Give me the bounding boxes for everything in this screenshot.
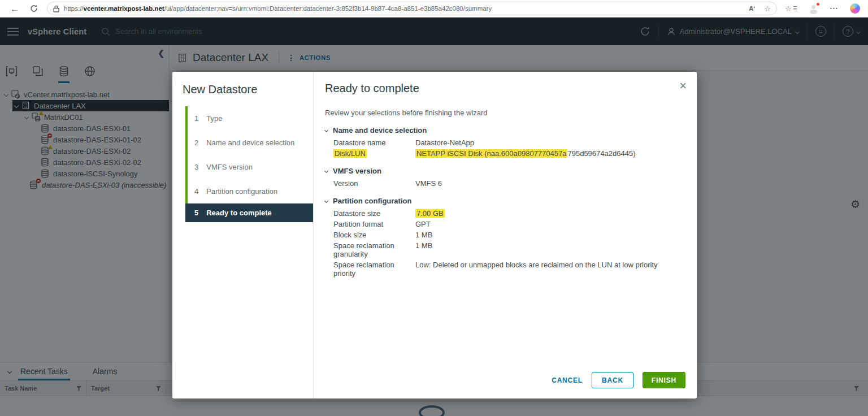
favorites-list-icon[interactable]: ☆☰ (785, 5, 797, 13)
step-label: Ready to complete (206, 209, 272, 217)
wizard-page-heading: Ready to complete (325, 82, 683, 95)
dialog-title: New Datastore (172, 72, 313, 96)
summary-row: Space reclamation priority Low: Deleted … (333, 261, 683, 278)
summary-row: Datastore name Datastore-NetApp (333, 138, 683, 147)
new-datastore-dialog: New Datastore 1 Type 2 Name and device s… (172, 72, 697, 398)
row-value: NETAPP iSCSI Disk (naa.600a09807770457a7… (415, 149, 683, 158)
browser-back-icon[interactable]: ← (10, 4, 19, 14)
row-label: Space reclamation priority (333, 261, 415, 278)
section-toggle[interactable]: Partition configuration (325, 197, 683, 205)
browser-profile-icon[interactable] (809, 3, 819, 14)
copilot-icon[interactable] (850, 3, 860, 14)
summary-row: Datastore size 7.00 GB (333, 209, 683, 218)
section-name-device: Name and device selection Datastore name… (325, 126, 683, 158)
browser-refresh-icon[interactable] (30, 5, 38, 12)
row-label: Datastore size (333, 209, 415, 218)
summary-row: Block size 1 MB (333, 231, 683, 239)
browser-toolbar-right: ☆☰ ··· (785, 3, 860, 14)
step-label: Partition configuration (206, 187, 277, 196)
screen: ← https://vcenter.matrixpost-lab.net/ui/… (0, 0, 868, 416)
section-vmfs-version: VMFS version Version VMFS 6 (325, 167, 683, 188)
read-aloud-icon[interactable]: Aʻ (749, 5, 755, 12)
step-number: 3 (194, 163, 198, 171)
step-partition-config[interactable]: 4 Partition configuration (188, 179, 313, 203)
step-label: Name and device selection (206, 138, 294, 147)
row-value: VMFS 6 (415, 179, 683, 188)
row-value: 7.00 GB (415, 209, 683, 218)
finish-button[interactable]: FINISH (643, 372, 685, 388)
step-name-device[interactable]: 2 Name and device selection (188, 131, 313, 155)
browser-chrome: ← https://vcenter.matrixpost-lab.net/ui/… (0, 0, 868, 18)
section-toggle[interactable]: VMFS version (325, 167, 683, 175)
close-icon[interactable]: × (679, 80, 687, 92)
wizard-content-pane: Ready to complete × Review your selectio… (314, 72, 697, 398)
chevron-down-icon (324, 199, 328, 203)
step-number: 1 (194, 114, 198, 123)
lock-icon (53, 5, 59, 12)
chevron-down-icon (324, 169, 328, 173)
row-value: 1 MB (415, 241, 683, 258)
step-number: 4 (194, 187, 198, 196)
step-number: 5 (194, 209, 198, 217)
row-label: Version (333, 179, 415, 188)
section-partition-config: Partition configuration Datastore size 7… (325, 197, 683, 278)
row-label: Block size (333, 231, 415, 239)
row-value: Datastore-NetApp (415, 138, 683, 147)
step-ready-to-complete[interactable]: 5 Ready to complete (185, 203, 313, 222)
step-type[interactable]: 1 Type (188, 106, 313, 131)
cancel-button[interactable]: CANCEL (552, 376, 583, 384)
summary-row: Partition format GPT (333, 220, 683, 228)
wizard-steps-pane: New Datastore 1 Type 2 Name and device s… (172, 72, 314, 398)
step-vmfs-version[interactable]: 3 VMFS version (188, 155, 313, 179)
row-label: Datastore name (333, 138, 415, 147)
row-value: Low: Deleted or unmapped blocks are recl… (415, 261, 683, 278)
row-label: Partition format (333, 220, 415, 228)
bookmark-star-icon[interactable]: ☆ (764, 5, 771, 13)
summary-row: Space reclamation granularity 1 MB (333, 241, 683, 258)
url-text: https://vcenter.matrixpost-lab.net/ui/ap… (64, 5, 744, 12)
wizard-subtitle: Review your selections before finishing … (325, 109, 683, 117)
step-label: VMFS version (206, 163, 253, 171)
step-number: 2 (194, 138, 198, 147)
back-button[interactable]: BACK (592, 372, 633, 388)
step-label: Type (206, 114, 222, 123)
section-toggle[interactable]: Name and device selection (325, 126, 683, 135)
row-label: Disk/LUN (333, 149, 415, 158)
summary-row: Version VMFS 6 (333, 179, 683, 188)
row-value: 1 MB (415, 231, 683, 239)
row-value: GPT (415, 220, 683, 228)
row-label: Space reclamation granularity (333, 241, 415, 258)
chevron-down-icon (324, 128, 328, 132)
summary-row: Disk/LUN NETAPP iSCSI Disk (naa.600a0980… (333, 149, 683, 158)
browser-menu-icon[interactable]: ··· (830, 5, 839, 12)
address-bar[interactable]: https://vcenter.matrixpost-lab.net/ui/ap… (47, 2, 777, 15)
